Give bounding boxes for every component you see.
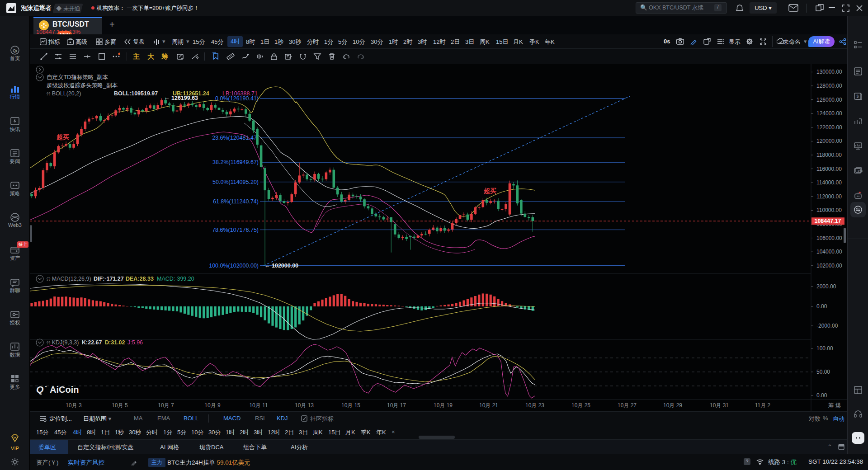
svg-text:10月 25: 10月 25 [571, 402, 590, 409]
svg-text:120000.00: 120000.00 [816, 138, 842, 144]
svg-text:超买: 超买 [56, 133, 69, 141]
svg-text:10月 17: 10月 17 [387, 402, 406, 409]
svg-text:-2000.00: -2000.00 [816, 323, 838, 329]
svg-text:10月 15: 10月 15 [341, 402, 360, 409]
svg-text:LB:106388.71: LB:106388.71 [222, 90, 258, 97]
svg-text:10月 7: 10月 7 [158, 402, 174, 409]
svg-text:自定义TD指标策略_副本: 自定义TD指标策略_副本 [47, 74, 108, 80]
svg-text:50.00: 50.00 [816, 369, 830, 375]
svg-text:112000.00: 112000.00 [816, 193, 842, 200]
svg-text:$: $ [856, 94, 859, 99]
svg-text:AiCoin: AiCoin [50, 385, 79, 395]
svg-text:0.00: 0.00 [816, 392, 827, 399]
svg-text:23.6%(120481.47): 23.6%(120481.47) [212, 135, 259, 141]
svg-text:104000.00: 104000.00 [816, 249, 842, 255]
svg-text:128000.00: 128000.00 [816, 83, 842, 89]
svg-text:122000.00: 122000.00 [816, 124, 842, 131]
svg-text:J:5.96: J:5.96 [127, 339, 143, 346]
svg-text:108447.17: 108447.17 [814, 218, 841, 224]
svg-text:Qi: Qi [13, 48, 17, 53]
svg-text:DIF:-171.27: DIF:-171.27 [94, 276, 124, 282]
svg-text:61.8%(111240.74): 61.8%(111240.74) [213, 198, 259, 205]
svg-text:50.0%(114095.20): 50.0%(114095.20) [212, 179, 259, 185]
svg-text:BOLL:109519.97: BOLL:109519.97 [114, 90, 158, 97]
svg-text:10月 29: 10月 29 [663, 402, 682, 409]
svg-text:116000.00: 116000.00 [816, 166, 842, 172]
svg-text:126000.00: 126000.00 [816, 97, 842, 103]
svg-text:10月 27: 10月 27 [618, 402, 637, 409]
svg-text:ETF: ETF [858, 170, 863, 173]
svg-text:10月 9: 10月 9 [204, 402, 221, 409]
svg-text:超买: 超买 [483, 187, 496, 194]
svg-text:D:31.02: D:31.02 [105, 339, 125, 346]
svg-text:130000.00: 130000.00 [816, 69, 842, 75]
svg-text:10月 23: 10月 23 [525, 402, 544, 409]
svg-text:0.00: 0.00 [816, 303, 827, 310]
svg-text:114000.00: 114000.00 [816, 179, 842, 186]
svg-text:10月 19: 10月 19 [434, 402, 453, 409]
svg-text:10月 3: 10月 3 [66, 402, 82, 409]
svg-text:10月 13: 10月 13 [295, 402, 314, 409]
svg-text:10月 31: 10月 31 [710, 402, 729, 409]
svg-text:DEA:28.33: DEA:28.33 [126, 276, 154, 282]
svg-text:筹 爆: 筹 爆 [828, 402, 841, 409]
svg-text:11月 2: 11月 2 [755, 402, 771, 409]
svg-text:2000.00: 2000.00 [816, 283, 836, 290]
svg-text:100.0%(102000.00): 100.0%(102000.00) [209, 263, 259, 269]
svg-text:118000.00: 118000.00 [816, 152, 842, 158]
svg-text:K:22.67: K:22.67 [82, 339, 102, 346]
svg-text:124000.00: 124000.00 [816, 110, 842, 117]
svg-text:← 102000.00: ← 102000.00 [264, 263, 298, 269]
svg-text:38.2%(116949.67): 38.2%(116949.67) [212, 159, 259, 165]
svg-text:10月 21: 10月 21 [479, 402, 498, 409]
svg-text:Qˋ: Qˋ [36, 384, 47, 395]
svg-text:⍾ KDJ(9,3,3): ⍾ KDJ(9,3,3) [47, 339, 79, 346]
svg-text:超级波段追踪多头策略_副本: 超级波段追踪多头策略_副本 [47, 82, 118, 89]
svg-text:106000.00: 106000.00 [816, 235, 842, 241]
svg-text:⍾ MACD(12,26,9): ⍾ MACD(12,26,9) [47, 276, 91, 282]
svg-text:10月 5: 10月 5 [112, 402, 128, 409]
svg-text:MACD:-399.20: MACD:-399.20 [157, 276, 194, 282]
svg-text:110000.00: 110000.00 [816, 207, 842, 213]
svg-text:10月 11: 10月 11 [249, 402, 268, 409]
svg-text:⍾ BOLL(20,2): ⍾ BOLL(20,2) [47, 90, 81, 97]
svg-text:100.00: 100.00 [816, 345, 833, 352]
svg-text:102000.00: 102000.00 [816, 263, 842, 269]
svg-text:← 126199.63: ← 126199.63 [164, 95, 198, 101]
svg-text:78.6%(107176.75): 78.6%(107176.75) [212, 227, 259, 233]
